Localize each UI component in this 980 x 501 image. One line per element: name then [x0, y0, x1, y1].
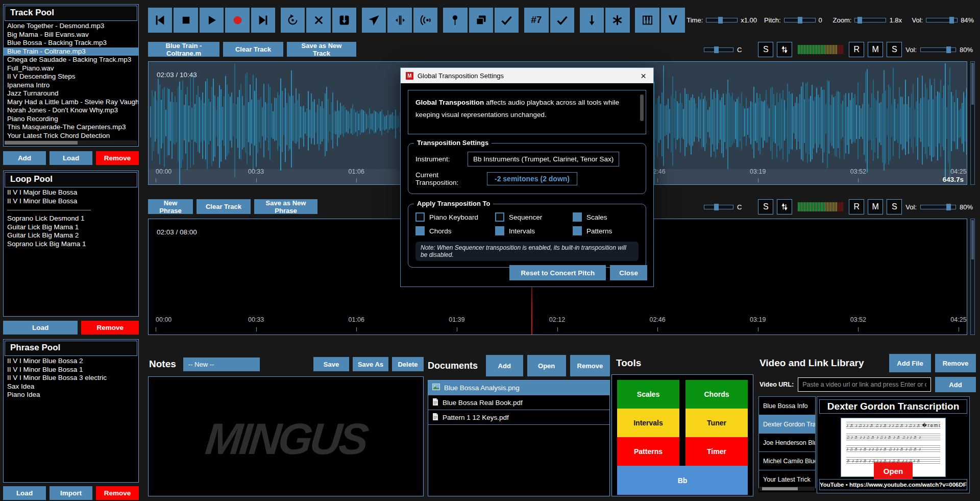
pitch-slider[interactable]: [784, 18, 816, 22]
tool-intervals-button[interactable]: Intervals: [617, 409, 679, 437]
track-pool-hscrollbar[interactable]: [5, 140, 137, 145]
list-item[interactable]: Alone Together - Desmond.mp3: [4, 22, 138, 31]
list-item[interactable]: II V I Major Blue Bossa: [4, 188, 138, 197]
video-url-add-button[interactable]: Add: [935, 377, 976, 392]
phrase-eq-fader-button[interactable]: [777, 199, 792, 214]
skip-to-start-button[interactable]: [148, 8, 172, 33]
dialog-close-button[interactable]: Close: [610, 265, 647, 280]
checkbox-scales[interactable]: [573, 212, 582, 222]
current-transposition-value[interactable]: -2 semitones (2 down): [487, 172, 577, 185]
tool-timer-button[interactable]: Timer: [685, 437, 748, 466]
checkbox-piano-keyboard[interactable]: [415, 212, 425, 222]
main-wave-vscrollbar[interactable]: [970, 61, 975, 185]
documents-open-button[interactable]: Open: [527, 355, 566, 376]
skip-to-end-button[interactable]: [251, 8, 275, 33]
phrase-mute-button[interactable]: M: [868, 199, 883, 214]
video-list-item[interactable]: Michel Camilo Blue Bo: [758, 451, 816, 470]
track-add-button[interactable]: Add: [3, 151, 46, 165]
list-item[interactable]: Soprano Lick Big Mama 1: [4, 240, 138, 249]
stop-button[interactable]: [174, 8, 198, 33]
notes-editor[interactable]: MINGUS: [148, 376, 424, 496]
loop-load-button[interactable]: Load: [3, 321, 78, 335]
tool-patterns-button[interactable]: Patterns: [617, 437, 679, 466]
clear-button[interactable]: [306, 8, 330, 33]
list-item[interactable]: Full_Piano.wav: [4, 64, 138, 73]
checkbox-patterns[interactable]: [573, 226, 582, 235]
pin-marker-button[interactable]: [443, 8, 467, 33]
time-slider[interactable]: [706, 18, 738, 22]
checkbox-chords[interactable]: [415, 226, 425, 235]
list-item[interactable]: Ipanema Intro: [4, 81, 138, 90]
pan-slider[interactable]: [704, 47, 733, 52]
list-item[interactable]: II V I Minor Blue Bossa 1: [4, 366, 138, 374]
list-item[interactable]: II V I Minor Blue Bossa: [4, 197, 138, 206]
restart-loop-button[interactable]: [281, 8, 305, 33]
documents-remove-button[interactable]: Remove: [570, 355, 610, 376]
list-item[interactable]: Chega de Saudade - Backing Track.mp3: [4, 56, 138, 64]
copy-section-button[interactable]: [469, 8, 493, 33]
video-list-item[interactable]: Your Latest Trick: [758, 470, 816, 488]
dialog-close-icon[interactable]: ×: [639, 71, 648, 81]
dialog-info-scrollbar[interactable]: [640, 94, 644, 121]
phrase-record-arm-button[interactable]: R: [849, 199, 864, 214]
clear-phrase-track-button[interactable]: Clear Track: [197, 199, 251, 214]
phrase-import-button[interactable]: Import: [50, 486, 92, 500]
save-as-new-track-button[interactable]: Save as New Track: [287, 42, 356, 57]
chord-detect-button[interactable]: #7: [524, 8, 548, 33]
snap-asterisk-button[interactable]: [605, 8, 629, 33]
video-add-file-button[interactable]: Add File: [889, 354, 931, 372]
solo-safe-button[interactable]: S: [887, 42, 902, 57]
document-item[interactable]: Blue Bossa Analysis.png: [428, 380, 609, 395]
clear-track-button[interactable]: Clear Track: [223, 42, 283, 57]
tool-key-button[interactable]: Bb: [617, 466, 748, 495]
list-item[interactable]: II V I Minor Blue Bossa 3 electric: [4, 374, 138, 383]
piano-keyboard-button[interactable]: [635, 8, 659, 33]
phrase-wave-vscrollbar[interactable]: [970, 219, 975, 335]
list-item[interactable]: Jazz Turnaround: [4, 89, 138, 98]
record-button[interactable]: [225, 8, 249, 33]
apply-check-button[interactable]: [495, 8, 519, 33]
reset-to-concert-pitch-button[interactable]: Reset to Concert Pitch: [509, 265, 606, 280]
document-item[interactable]: Blue Bossa Real Book.pdf: [428, 395, 609, 410]
list-item[interactable]: Norah Jones - Don't Know Why.mp3: [4, 106, 138, 115]
list-item[interactable]: Blue Bossa - Backing Track.mp3: [4, 39, 138, 47]
video-remove-button[interactable]: Remove: [935, 354, 976, 372]
tool-scales-button[interactable]: Scales: [617, 380, 679, 409]
list-item[interactable]: II V I Minor Blue Bossa 2: [4, 357, 138, 366]
phrase-solo-button[interactable]: S: [758, 199, 773, 214]
solo-button[interactable]: S: [758, 42, 773, 57]
phrase-load-button[interactable]: Load: [3, 486, 46, 500]
video-url-input[interactable]: [798, 377, 931, 392]
confirm-check-button[interactable]: [550, 8, 574, 33]
document-item[interactable]: Pattern 1 12 Keys.pdf: [428, 410, 609, 425]
video-list-item[interactable]: Joe Henderson Blue B: [758, 433, 816, 451]
notes-save-button[interactable]: Save: [313, 357, 349, 371]
video-list-item[interactable]: Blue Bossa Info: [758, 396, 816, 415]
list-item[interactable]: Guitar Lick Big Mama 2: [4, 231, 138, 240]
eq-fader-button[interactable]: [777, 42, 792, 57]
list-item[interactable]: Guitar Lick Big Mama 1: [4, 223, 138, 232]
list-item[interactable]: Piano Idea: [4, 391, 138, 399]
video-list-item[interactable]: Dexter Gordon Transc: [758, 415, 816, 433]
list-item[interactable]: Big Mama - Bill Evans.wav: [4, 31, 138, 39]
loop-remove-button[interactable]: Remove: [81, 321, 139, 335]
list-item[interactable]: Mary Had a Little Lamb - Stevie Ray Vaug…: [4, 98, 138, 107]
record-arm-button[interactable]: R: [849, 42, 864, 57]
save-as-new-phrase-button[interactable]: Save as New Phrase: [254, 199, 317, 214]
list-item[interactable]: Your Latest Trick Chord Detection: [4, 132, 138, 138]
instrument-dropdown[interactable]: Bb Instruments (Trumpet, Clarinet, Tenor…: [468, 152, 619, 166]
track-load-button[interactable]: Load: [50, 151, 92, 165]
sound-detect-button[interactable]: [413, 8, 437, 33]
phrase-solo-safe-button[interactable]: S: [887, 199, 902, 214]
track-volume-slider[interactable]: [920, 47, 956, 52]
video-tool-button[interactable]: V: [661, 8, 685, 33]
split-markers-button[interactable]: [387, 8, 411, 33]
tool-chords-button[interactable]: Chords: [685, 380, 748, 409]
new-phrase-button[interactable]: New Phrase: [148, 199, 193, 214]
zoom-slider[interactable]: [854, 18, 886, 22]
checkbox-sequencer[interactable]: [495, 212, 504, 222]
list-item[interactable]: Sax Idea: [4, 383, 138, 391]
phrase-remove-button[interactable]: Remove: [96, 486, 139, 500]
notes-delete-button[interactable]: Delete: [392, 357, 424, 371]
video-open-button[interactable]: Open: [874, 462, 913, 480]
